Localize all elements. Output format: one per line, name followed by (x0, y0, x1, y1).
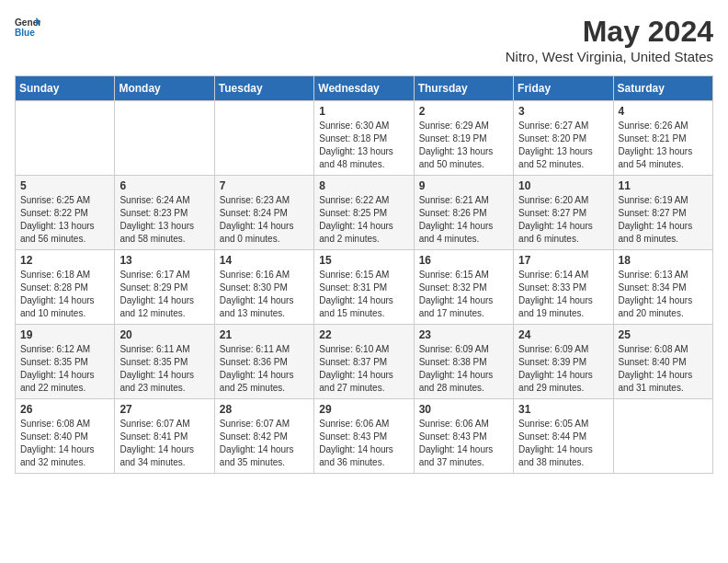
weekday-header-sunday: Sunday (16, 76, 115, 101)
day-info: Sunrise: 6:17 AMSunset: 8:29 PMDaylight:… (119, 269, 209, 320)
weekday-header-row: SundayMondayTuesdayWednesdayThursdayFrid… (16, 76, 713, 101)
day-number: 15 (319, 254, 408, 267)
day-number: 27 (119, 403, 209, 416)
calendar-cell: 24Sunrise: 6:09 AMSunset: 8:39 PMDayligh… (514, 325, 613, 399)
calendar-cell: 6Sunrise: 6:24 AMSunset: 8:23 PMDaylight… (115, 176, 214, 250)
day-info: Sunrise: 6:08 AMSunset: 8:40 PMDaylight:… (20, 418, 109, 469)
day-info: Sunrise: 6:25 AMSunset: 8:22 PMDaylight:… (20, 194, 109, 246)
weekday-header-saturday: Saturday (613, 76, 712, 101)
day-number: 23 (419, 328, 508, 341)
day-number: 24 (518, 328, 608, 341)
calendar-cell (613, 399, 712, 474)
day-number: 29 (319, 403, 408, 416)
day-number: 16 (419, 254, 508, 267)
day-info: Sunrise: 6:10 AMSunset: 8:37 PMDaylight:… (319, 343, 408, 395)
day-number: 26 (20, 403, 109, 416)
day-info: Sunrise: 6:26 AMSunset: 8:21 PMDaylight:… (619, 120, 708, 171)
day-number: 17 (518, 254, 608, 267)
title-block: May 2024 Nitro, West Virginia, United St… (506, 15, 713, 64)
weekday-header-wednesday: Wednesday (314, 76, 414, 101)
day-number: 6 (119, 179, 209, 192)
day-number: 2 (419, 105, 508, 118)
day-info: Sunrise: 6:18 AMSunset: 8:28 PMDaylight:… (20, 269, 109, 320)
calendar-cell: 15Sunrise: 6:15 AMSunset: 8:31 PMDayligh… (314, 250, 414, 325)
calendar-week-row: 12Sunrise: 6:18 AMSunset: 8:28 PMDayligh… (16, 250, 713, 325)
day-number: 14 (220, 254, 309, 267)
calendar-cell: 21Sunrise: 6:11 AMSunset: 8:36 PMDayligh… (214, 325, 313, 399)
calendar-cell: 7Sunrise: 6:23 AMSunset: 8:24 PMDaylight… (214, 176, 313, 250)
calendar-cell: 23Sunrise: 6:09 AMSunset: 8:38 PMDayligh… (414, 325, 513, 399)
day-info: Sunrise: 6:07 AMSunset: 8:42 PMDaylight:… (220, 418, 309, 469)
day-info: Sunrise: 6:20 AMSunset: 8:27 PMDaylight:… (518, 194, 608, 246)
calendar-cell: 25Sunrise: 6:08 AMSunset: 8:40 PMDayligh… (613, 325, 712, 399)
calendar-cell: 19Sunrise: 6:12 AMSunset: 8:35 PMDayligh… (16, 325, 115, 399)
calendar-week-row: 19Sunrise: 6:12 AMSunset: 8:35 PMDayligh… (16, 325, 713, 399)
day-number: 28 (220, 403, 309, 416)
day-info: Sunrise: 6:15 AMSunset: 8:31 PMDaylight:… (319, 269, 408, 320)
day-number: 3 (518, 105, 608, 118)
day-info: Sunrise: 6:19 AMSunset: 8:27 PMDaylight:… (619, 194, 708, 246)
day-info: Sunrise: 6:06 AMSunset: 8:43 PMDaylight:… (419, 418, 508, 469)
weekday-header-tuesday: Tuesday (214, 76, 313, 101)
day-number: 12 (20, 254, 109, 267)
calendar-cell: 26Sunrise: 6:08 AMSunset: 8:40 PMDayligh… (16, 399, 115, 474)
day-info: Sunrise: 6:23 AMSunset: 8:24 PMDaylight:… (220, 194, 309, 246)
day-info: Sunrise: 6:11 AMSunset: 8:36 PMDaylight:… (220, 343, 309, 395)
calendar-cell: 10Sunrise: 6:20 AMSunset: 8:27 PMDayligh… (514, 176, 613, 250)
calendar-cell: 13Sunrise: 6:17 AMSunset: 8:29 PMDayligh… (115, 250, 214, 325)
calendar-cell: 4Sunrise: 6:26 AMSunset: 8:21 PMDaylight… (613, 101, 712, 176)
day-number: 22 (319, 328, 408, 341)
day-number: 9 (419, 179, 508, 192)
day-info: Sunrise: 6:14 AMSunset: 8:33 PMDaylight:… (518, 269, 608, 320)
day-number: 13 (119, 254, 209, 267)
day-number: 11 (619, 179, 708, 192)
day-info: Sunrise: 6:09 AMSunset: 8:38 PMDaylight:… (419, 343, 508, 395)
day-info: Sunrise: 6:05 AMSunset: 8:44 PMDaylight:… (518, 418, 608, 469)
weekday-header-friday: Friday (514, 76, 613, 101)
weekday-header-thursday: Thursday (414, 76, 513, 101)
day-info: Sunrise: 6:29 AMSunset: 8:19 PMDaylight:… (419, 120, 508, 171)
calendar-cell: 31Sunrise: 6:05 AMSunset: 8:44 PMDayligh… (514, 399, 613, 474)
day-number: 30 (419, 403, 508, 416)
svg-text:Blue: Blue (15, 28, 35, 38)
calendar-cell: 1Sunrise: 6:30 AMSunset: 8:18 PMDaylight… (314, 101, 414, 176)
calendar-cell: 22Sunrise: 6:10 AMSunset: 8:37 PMDayligh… (314, 325, 414, 399)
calendar-cell: 27Sunrise: 6:07 AMSunset: 8:41 PMDayligh… (115, 399, 214, 474)
day-info: Sunrise: 6:09 AMSunset: 8:39 PMDaylight:… (518, 343, 608, 395)
month-year-title: May 2024 (506, 15, 713, 49)
logo: General Blue (15, 15, 40, 40)
day-number: 7 (220, 179, 309, 192)
page-header: General Blue May 2024 Nitro, West Virgin… (15, 15, 713, 64)
day-number: 25 (619, 328, 708, 341)
weekday-header-monday: Monday (115, 76, 214, 101)
day-number: 31 (518, 403, 608, 416)
day-number: 19 (20, 328, 109, 341)
calendar-cell: 8Sunrise: 6:22 AMSunset: 8:25 PMDaylight… (314, 176, 414, 250)
day-info: Sunrise: 6:13 AMSunset: 8:34 PMDaylight:… (619, 269, 708, 320)
day-info: Sunrise: 6:24 AMSunset: 8:23 PMDaylight:… (119, 194, 209, 246)
calendar-cell (115, 101, 214, 176)
day-number: 5 (20, 179, 109, 192)
calendar-cell: 28Sunrise: 6:07 AMSunset: 8:42 PMDayligh… (214, 399, 313, 474)
day-info: Sunrise: 6:07 AMSunset: 8:41 PMDaylight:… (119, 418, 209, 469)
calendar-cell: 17Sunrise: 6:14 AMSunset: 8:33 PMDayligh… (514, 250, 613, 325)
day-info: Sunrise: 6:30 AMSunset: 8:18 PMDaylight:… (319, 120, 408, 171)
day-number: 4 (619, 105, 708, 118)
calendar-week-row: 1Sunrise: 6:30 AMSunset: 8:18 PMDaylight… (16, 101, 713, 176)
calendar-cell: 12Sunrise: 6:18 AMSunset: 8:28 PMDayligh… (16, 250, 115, 325)
day-info: Sunrise: 6:22 AMSunset: 8:25 PMDaylight:… (319, 194, 408, 246)
day-info: Sunrise: 6:08 AMSunset: 8:40 PMDaylight:… (619, 343, 708, 395)
day-info: Sunrise: 6:11 AMSunset: 8:35 PMDaylight:… (119, 343, 209, 395)
day-info: Sunrise: 6:21 AMSunset: 8:26 PMDaylight:… (419, 194, 508, 246)
calendar-week-row: 5Sunrise: 6:25 AMSunset: 8:22 PMDaylight… (16, 176, 713, 250)
day-number: 10 (518, 179, 608, 192)
day-number: 18 (619, 254, 708, 267)
calendar-cell: 14Sunrise: 6:16 AMSunset: 8:30 PMDayligh… (214, 250, 313, 325)
calendar-cell: 2Sunrise: 6:29 AMSunset: 8:19 PMDaylight… (414, 101, 513, 176)
calendar-cell: 29Sunrise: 6:06 AMSunset: 8:43 PMDayligh… (314, 399, 414, 474)
calendar-cell: 16Sunrise: 6:15 AMSunset: 8:32 PMDayligh… (414, 250, 513, 325)
calendar-week-row: 26Sunrise: 6:08 AMSunset: 8:40 PMDayligh… (16, 399, 713, 474)
calendar-cell: 3Sunrise: 6:27 AMSunset: 8:20 PMDaylight… (514, 101, 613, 176)
generalblue-logo-icon: General Blue (15, 15, 40, 40)
calendar-cell: 5Sunrise: 6:25 AMSunset: 8:22 PMDaylight… (16, 176, 115, 250)
